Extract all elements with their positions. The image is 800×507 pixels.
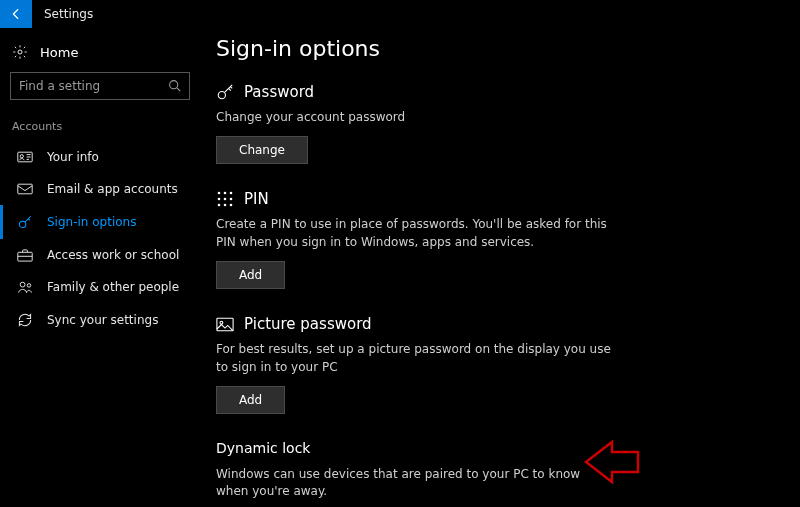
sidebar-item-email-accounts[interactable]: Email & app accounts <box>0 173 200 205</box>
sidebar-item-label: Your info <box>47 150 99 164</box>
sidebar-item-access-work-school[interactable]: Access work or school <box>0 239 200 271</box>
svg-point-0 <box>18 50 22 54</box>
svg-point-14 <box>224 198 227 201</box>
svg-point-18 <box>230 204 233 207</box>
pin-heading: PIN <box>244 190 269 208</box>
section-picture-password: Picture password For best results, set u… <box>216 315 616 414</box>
svg-point-15 <box>230 198 233 201</box>
svg-point-7 <box>20 282 25 287</box>
search-input[interactable] <box>19 79 159 93</box>
search-box[interactable] <box>10 72 190 100</box>
keypad-icon <box>216 191 234 207</box>
password-description: Change your account password <box>216 109 616 126</box>
sidebar-section-label: Accounts <box>0 116 200 141</box>
svg-point-8 <box>27 284 31 288</box>
people-icon <box>17 280 33 294</box>
password-heading: Password <box>244 83 314 101</box>
svg-point-17 <box>224 204 227 207</box>
svg-point-3 <box>20 155 23 158</box>
svg-point-10 <box>218 192 221 195</box>
svg-point-11 <box>224 192 227 195</box>
svg-point-9 <box>218 92 225 99</box>
picture-icon <box>216 317 234 332</box>
svg-point-20 <box>220 321 223 324</box>
section-pin: PIN Create a PIN to use in place of pass… <box>216 190 616 289</box>
titlebar: Settings <box>0 0 800 28</box>
svg-rect-4 <box>18 184 32 194</box>
sidebar-item-label: Access work or school <box>47 248 179 262</box>
briefcase-icon <box>17 249 33 262</box>
gear-icon <box>12 44 28 60</box>
search-icon <box>168 77 181 96</box>
svg-point-16 <box>218 204 221 207</box>
dynamic-lock-heading: Dynamic lock <box>216 440 616 456</box>
change-password-button[interactable]: Change <box>216 136 308 164</box>
sidebar-item-label: Family & other people <box>47 280 179 294</box>
svg-point-12 <box>230 192 233 195</box>
svg-point-5 <box>19 221 25 227</box>
sidebar-item-signin-options[interactable]: Sign-in options <box>0 205 200 239</box>
home-label: Home <box>40 45 78 60</box>
app-title: Settings <box>32 7 93 21</box>
id-card-icon <box>17 151 33 163</box>
sidebar-item-label: Sync your settings <box>47 313 158 327</box>
key-icon <box>17 214 33 230</box>
sidebar-item-family-people[interactable]: Family & other people <box>0 271 200 303</box>
add-picture-button[interactable]: Add <box>216 386 285 414</box>
key-icon <box>216 83 234 101</box>
sidebar-item-label: Email & app accounts <box>47 182 178 196</box>
svg-point-1 <box>170 80 178 88</box>
main-content: Sign-in options Password Change your acc… <box>200 28 800 507</box>
sidebar: Home Accounts Your info Email & app acco… <box>0 28 200 507</box>
section-dynamic-lock: Dynamic lock Windows can use devices tha… <box>216 440 616 507</box>
back-button[interactable] <box>0 0 32 28</box>
sidebar-item-label: Sign-in options <box>47 215 136 229</box>
sidebar-item-sync-settings[interactable]: Sync your settings <box>0 303 200 337</box>
picture-description: For best results, set up a picture passw… <box>216 341 616 376</box>
home-button[interactable]: Home <box>0 36 200 72</box>
dynamic-lock-description: Windows can use devices that are paired … <box>216 466 616 501</box>
section-password: Password Change your account password Ch… <box>216 83 616 164</box>
pin-description: Create a PIN to use in place of password… <box>216 216 616 251</box>
sidebar-item-your-info[interactable]: Your info <box>0 141 200 173</box>
sync-icon <box>17 312 33 328</box>
svg-point-13 <box>218 198 221 201</box>
mail-icon <box>17 183 33 195</box>
page-title: Sign-in options <box>216 36 770 61</box>
add-pin-button[interactable]: Add <box>216 261 285 289</box>
arrow-left-icon <box>9 7 23 21</box>
picture-heading: Picture password <box>244 315 372 333</box>
